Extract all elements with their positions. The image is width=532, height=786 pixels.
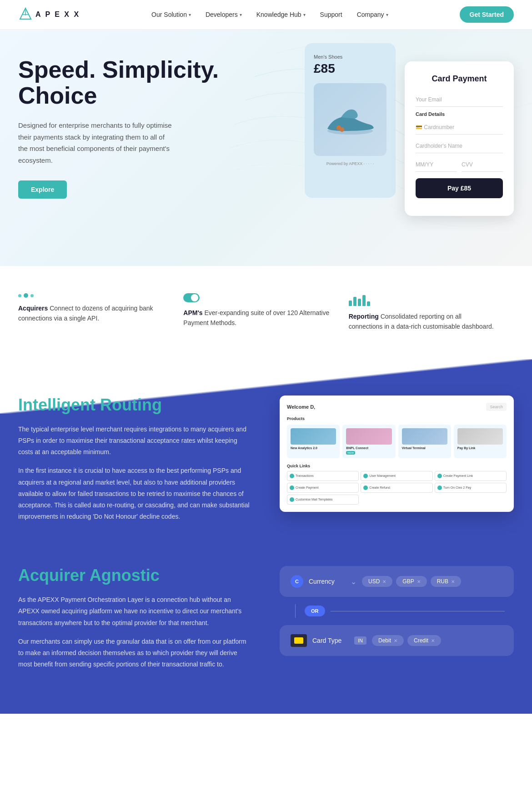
routing-visual: Welcome D, Search Products New Analytics… (280, 396, 514, 512)
chevron-down-icon: ▾ (386, 12, 388, 17)
acquirers-label: Acquirers (18, 305, 48, 312)
quick-link[interactable]: Create Payment Link (435, 471, 507, 481)
logo-icon (18, 7, 33, 22)
navigation: A P E X X Our Solution ▾ Developers ▾ Kn… (0, 0, 532, 30)
hero-section: Speed. Simplicity. Choice Designed for e… (0, 30, 532, 266)
product-image (346, 428, 391, 445)
chevron-down-icon: ▾ (240, 12, 242, 17)
products-grid: New Analytics 2.0 BNPL Connect NEW Virtu… (287, 425, 507, 458)
or-button[interactable]: OR (305, 606, 325, 616)
acquirer-visual: C Currency ⌄ USD ✕ GBP ✕ RUB ✕ (280, 566, 514, 656)
filter-connector: OR (280, 604, 514, 618)
product-name: BNPL Connect (346, 446, 391, 450)
explore-button[interactable]: Explore (18, 180, 67, 199)
acquirer-desc-2: Our merchants can simply use the granula… (18, 636, 252, 671)
quick-link[interactable]: Customise Mail Templates (287, 495, 359, 505)
nav-knowledge-hub[interactable]: Knowledge Hub ▾ (256, 11, 306, 18)
card-type-debit[interactable]: Debit ✕ (372, 635, 404, 646)
mmyy-field[interactable]: MM/YY (416, 158, 457, 172)
toggle-track (183, 293, 200, 302)
dot-icon (18, 294, 21, 297)
nav-company[interactable]: Company ▾ (357, 11, 388, 18)
remove-icon[interactable]: ✕ (451, 579, 455, 584)
cardnumber-field[interactable]: 💳 Cardnumber (416, 120, 503, 135)
quick-link[interactable]: Create Payment (287, 483, 359, 493)
bar-icon (349, 300, 352, 306)
quick-link[interactable]: Create Refund (361, 483, 432, 493)
nav-developers[interactable]: Developers ▾ (206, 11, 242, 18)
card-type-tags: Debit ✕ Credit ✕ (372, 635, 503, 646)
dashboard-welcome: Welcome D, (287, 404, 315, 410)
payment-card: Card Payment Your Email Card Details 💳 C… (405, 61, 514, 216)
dash-product: Virtual Terminal (398, 425, 451, 458)
dot-icon (24, 293, 28, 298)
nav-links: Our Solution ▾ Developers ▾ Knowledge Hu… (151, 11, 388, 18)
currency-tag-usd[interactable]: USD ✕ (362, 576, 392, 587)
email-field[interactable]: Your Email (416, 93, 503, 107)
currency-arrow: ⌄ (351, 577, 356, 586)
quick-link[interactable]: Transactions (287, 471, 359, 481)
quick-links-grid: Transactions User Management Create Paym… (287, 471, 507, 505)
cvv-field[interactable]: CVV (462, 158, 503, 172)
chevron-down-icon: ▾ (303, 12, 306, 17)
reporting-label: Reporting (349, 313, 379, 320)
get-started-button[interactable]: Get Started (460, 6, 514, 23)
products-label: Products (287, 416, 507, 421)
hero-description: Designed for enterprise merchants to ful… (18, 120, 173, 166)
remove-icon[interactable]: ✕ (417, 579, 421, 584)
acquirer-section: Acquirer Agnostic As the APEXX Payment O… (18, 566, 514, 677)
cardholder-field[interactable]: Cardholder's Name (416, 139, 503, 153)
feature-acquirers: Acquirers Connect to dozens of acquiring… (18, 293, 183, 332)
payment-row: MM/YY CVV (416, 158, 503, 172)
shoe-icon (323, 101, 377, 138)
link-icon (363, 486, 368, 490)
apm-text: APM's Ever-expanding suite of over 120 A… (183, 308, 330, 328)
payment-card-title: Card Payment (416, 74, 503, 84)
dark-section: Intelligent Routing The typical enterpri… (0, 359, 532, 714)
card-type-label: Card Type (312, 637, 349, 644)
product-image (457, 428, 503, 445)
currency-tag-gbp[interactable]: GBP ✕ (396, 576, 427, 587)
logo[interactable]: A P E X X (18, 7, 80, 22)
card-details-label: Card Details (416, 111, 503, 117)
product-card: Men's Shoes £85 Powered by APEXX · · · ·… (305, 43, 396, 198)
logo-text: A P E X X (35, 10, 80, 19)
card-type-credit[interactable]: Credit ✕ (407, 635, 441, 646)
product-image (314, 83, 386, 156)
dot-icon (30, 294, 34, 297)
product-price: £85 (314, 61, 386, 76)
routing-title: Intelligent Routing (18, 396, 252, 415)
acquirers-text: Acquirers Connect to dozens of acquiring… (18, 303, 165, 324)
product-badge: NEW (346, 451, 355, 455)
apm-label: APM's (183, 309, 202, 316)
acquirers-icon (18, 293, 165, 298)
nav-support[interactable]: Support (320, 11, 342, 18)
dashboard-mockup: Welcome D, Search Products New Analytics… (280, 396, 514, 512)
currency-icon: C (291, 575, 303, 588)
routing-section: Intelligent Routing The typical enterpri… (18, 396, 514, 530)
nav-our-solution[interactable]: Our Solution ▾ (151, 11, 191, 18)
bar-icon (358, 299, 361, 306)
remove-icon[interactable]: ✕ (382, 579, 386, 584)
link-icon (290, 497, 294, 502)
routing-desc-2: In the first instance it is crucial to h… (18, 465, 252, 522)
remove-icon[interactable]: ✕ (394, 638, 397, 643)
acquirer-text: Acquirer Agnostic As the APEXX Payment O… (18, 566, 252, 677)
product-image (402, 428, 447, 445)
dash-product: New Analytics 2.0 (287, 425, 340, 458)
hero-title: Speed. Simplicity. Choice (18, 57, 246, 109)
currency-tag-rub[interactable]: RUB ✕ (431, 576, 461, 587)
quick-link[interactable]: User Management (361, 471, 432, 481)
currency-filter: C Currency ⌄ USD ✕ GBP ✕ RUB ✕ (280, 566, 514, 597)
connector-line-h (331, 611, 505, 611)
acquirer-title: Acquirer Agnostic (18, 566, 252, 585)
card-type-filter: Card Type IN Debit ✕ Credit ✕ (280, 625, 514, 656)
credit-card-icon: 💳 (416, 124, 422, 130)
card-icon (294, 637, 303, 644)
remove-icon[interactable]: ✕ (431, 638, 435, 643)
quick-link[interactable]: Turn On Cleo 2 Pay (435, 483, 507, 493)
quick-links-label: Quick Links (287, 464, 507, 468)
pay-button[interactable]: Pay £85 (416, 178, 503, 198)
acquirer-desc-1: As the APEXX Payment Orchestration Layer… (18, 594, 252, 629)
in-label: IN (354, 636, 366, 645)
